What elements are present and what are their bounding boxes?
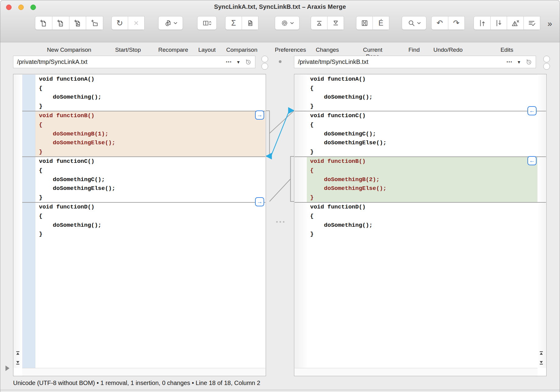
right-path-ellipsis-button[interactable]: ••• xyxy=(506,60,513,64)
code-line[interactable]: doSomethingElse(); xyxy=(35,184,265,193)
code-line[interactable]: doSomethingC(); xyxy=(307,130,537,139)
left-horizontal-scrollbar[interactable] xyxy=(22,368,265,376)
code-line[interactable]: { xyxy=(307,121,537,130)
code-line[interactable]: doSomethingB(1); xyxy=(35,130,265,139)
code-line[interactable]: } xyxy=(35,193,265,202)
code-block[interactable]: void functionD(){ doSomething();} xyxy=(307,203,537,239)
new-image-comparison-button[interactable] xyxy=(69,16,86,30)
code-line[interactable]: doSomethingC(); xyxy=(35,175,265,184)
code-line[interactable]: { xyxy=(35,166,265,175)
special-characters-button[interactable]: É xyxy=(373,16,389,30)
code-line[interactable]: void functionC() xyxy=(307,111,537,121)
find-button[interactable] xyxy=(402,16,426,30)
toolbar-overflow-button[interactable]: » xyxy=(548,19,552,29)
redo-button[interactable]: ↷ xyxy=(448,16,465,30)
code-line[interactable]: void functionB() xyxy=(307,157,537,166)
code-line[interactable]: { xyxy=(307,166,537,175)
push-right-block-d-button[interactable]: → xyxy=(255,197,264,206)
code-line[interactable]: } xyxy=(307,230,537,239)
expand-panel-triangle-icon[interactable] xyxy=(5,366,9,371)
code-line[interactable]: doSomethingElse(); xyxy=(307,138,537,148)
left-history-icon[interactable] xyxy=(245,58,252,66)
e-acute-icon: É xyxy=(378,19,383,27)
comparison-report-button[interactable] xyxy=(242,16,258,30)
code-line[interactable]: void functionB() xyxy=(35,111,265,121)
left-path-dropdown-icon[interactable]: ▼ xyxy=(236,60,240,65)
right-path-combobox[interactable]: /private/tmp/SyncLinkB.txt ••• ▼ xyxy=(294,56,536,68)
code-line[interactable]: { xyxy=(35,84,265,93)
remove-edits-button[interactable] xyxy=(507,16,524,30)
left-path-ellipsis-button[interactable]: ••• xyxy=(226,60,232,64)
toolbar-group-label: Layout xyxy=(197,47,217,54)
code-block[interactable]: void functionD(){ doSomething();} xyxy=(35,203,265,239)
save-button[interactable] xyxy=(356,16,373,30)
new-binary-comparison-button[interactable]: 01 xyxy=(52,16,69,30)
accept-edits-button[interactable] xyxy=(524,16,541,30)
code-line[interactable]: doSomethingElse(); xyxy=(307,184,537,193)
push-right-block-b-button[interactable]: → xyxy=(255,110,264,120)
push-left-block-b-button[interactable]: ← xyxy=(527,156,537,165)
code-line[interactable]: doSomething(); xyxy=(307,93,537,102)
right-file-pane[interactable]: void functionA(){ doSomething();}void fu… xyxy=(294,74,547,376)
code-line[interactable]: { xyxy=(307,212,537,221)
right-scroll-to-top-button[interactable] xyxy=(539,351,544,356)
code-block[interactable]: void functionA(){ doSomething();} xyxy=(35,75,265,111)
code-line[interactable]: doSomethingB(2); xyxy=(307,175,537,184)
code-line[interactable]: } xyxy=(307,148,537,157)
start-button[interactable]: ↻ xyxy=(111,16,128,30)
preferences-button[interactable] xyxy=(275,16,299,30)
code-line[interactable]: void functionD() xyxy=(35,203,265,212)
layout-button[interactable] xyxy=(197,16,217,30)
code-line[interactable]: } xyxy=(35,230,265,239)
toolbar-group-label: Undo/Redo xyxy=(431,47,465,54)
new-text-comparison-button[interactable] xyxy=(35,16,52,30)
code-line[interactable]: void functionA() xyxy=(307,75,537,84)
left-scroll-to-top-button[interactable] xyxy=(16,351,20,356)
araxis-merge-window: SyncLinkA.txt, SyncLinkB.txt – Araxis Me… xyxy=(0,0,560,392)
right-file-path[interactable]: /private/tmp/SyncLinkB.txt xyxy=(294,58,506,65)
next-edit-button[interactable] xyxy=(491,16,507,30)
inserted-code-block[interactable]: void functionB(){ doSomethingB(2); doSom… xyxy=(307,157,537,202)
push-left-block-c-button[interactable]: ← xyxy=(527,106,537,115)
first-edit-button[interactable] xyxy=(474,16,491,30)
comparison-summary-button[interactable]: Σ xyxy=(225,16,242,30)
right-sync-link-top-radio[interactable] xyxy=(543,56,550,62)
left-scroll-to-bottom-button[interactable] xyxy=(16,359,20,365)
code-block[interactable]: void functionC(){ doSomethingC(); doSome… xyxy=(35,157,265,202)
code-line[interactable]: } xyxy=(35,102,265,111)
code-line[interactable]: } xyxy=(307,193,537,202)
window-title: SyncLinkA.txt, SyncLinkB.txt – Araxis Me… xyxy=(0,3,560,10)
code-line[interactable]: void functionC() xyxy=(35,157,265,166)
right-sync-link-bottom-radio[interactable] xyxy=(543,63,550,70)
code-block[interactable]: void functionA(){ doSomething();} xyxy=(307,75,537,111)
removed-code-block[interactable]: void functionB(){ doSomethingB(1); doSom… xyxy=(35,111,265,156)
stop-button[interactable]: × xyxy=(128,16,145,30)
code-line[interactable]: { xyxy=(35,121,265,130)
next-change-button[interactable] xyxy=(327,16,344,30)
left-sync-link-top-radio[interactable] xyxy=(261,56,268,62)
code-line[interactable]: doSomething(); xyxy=(35,93,265,102)
left-file-pane[interactable]: void functionA(){ doSomething();}void fu… xyxy=(13,74,266,376)
new-folder-comparison-button[interactable] xyxy=(86,16,103,30)
code-line[interactable]: { xyxy=(307,84,537,93)
undo-button[interactable]: ↶ xyxy=(431,16,448,30)
code-line[interactable]: doSomethingElse(); xyxy=(35,138,265,148)
code-line[interactable]: } xyxy=(307,102,537,111)
left-sync-link-bottom-radio[interactable] xyxy=(261,63,268,70)
previous-change-button[interactable] xyxy=(311,16,327,30)
right-path-dropdown-icon[interactable]: ▼ xyxy=(517,60,521,65)
code-line[interactable]: } xyxy=(35,148,265,157)
code-block[interactable]: void functionC(){ doSomethingC(); doSome… xyxy=(307,111,537,156)
code-line[interactable]: doSomething(); xyxy=(307,221,537,230)
recompare-button[interactable] xyxy=(158,16,183,30)
code-line[interactable]: doSomething(); xyxy=(35,221,265,230)
right-scroll-to-bottom-button[interactable] xyxy=(539,359,544,365)
code-line[interactable]: void functionA() xyxy=(35,75,265,84)
left-file-path[interactable]: /private/tmp/SyncLinkA.txt xyxy=(13,58,226,65)
code-line[interactable]: void functionD() xyxy=(307,203,537,212)
tri-down-bar-icon xyxy=(332,19,340,27)
code-line[interactable]: { xyxy=(35,212,265,221)
left-path-combobox[interactable]: /private/tmp/SyncLinkA.txt ••• ▼ xyxy=(13,56,255,68)
right-horizontal-scrollbar[interactable] xyxy=(295,368,537,376)
right-history-icon[interactable] xyxy=(525,58,533,66)
